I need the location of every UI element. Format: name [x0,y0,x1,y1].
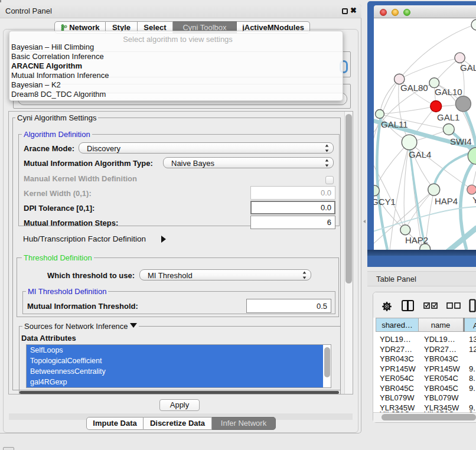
svg-text:GAL1: GAL1 [437,112,459,122]
svg-text:Y: Y [472,195,476,205]
svg-text:HAP4: HAP4 [435,196,458,206]
svg-text:SWI4: SWI4 [450,136,472,146]
svg-text:GAL10: GAL10 [435,87,462,97]
svg-text:GCY1: GCY1 [374,197,396,207]
svg-text:GAL11: GAL11 [381,119,408,129]
svg-text:HAP2: HAP2 [405,235,428,245]
svg-text:GAL80: GAL80 [400,83,428,93]
svg-text:GAL2: GAL2 [460,63,476,73]
svg-text:GAL4: GAL4 [409,149,431,159]
